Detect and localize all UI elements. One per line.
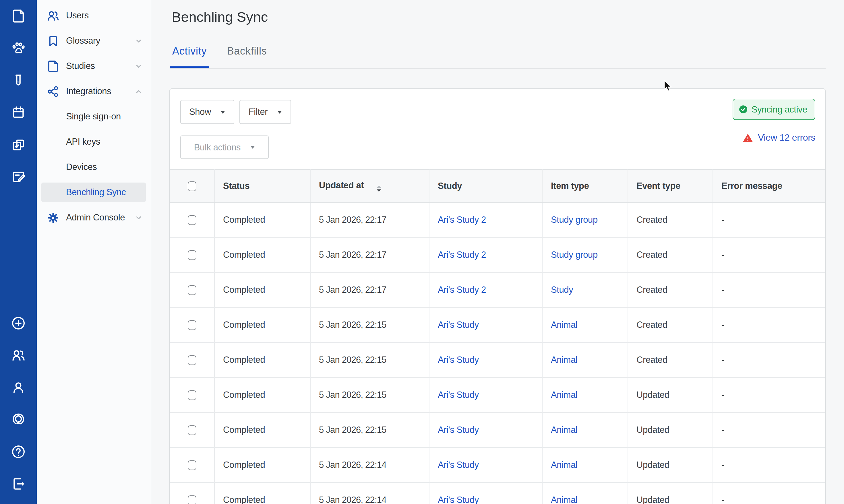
activity-table: Status Updated at Study Item type Event … (170, 169, 825, 504)
filter-dropdown-label: Filter (249, 107, 268, 117)
study-link[interactable]: Ari's Study 2 (438, 215, 486, 224)
col-event-type[interactable]: Event type (628, 169, 713, 202)
item-type-link[interactable]: Study group (551, 250, 598, 259)
plus-circle-icon[interactable] (11, 316, 26, 331)
row-checkbox[interactable] (188, 461, 196, 470)
table-row: Completed 5 Jan 2026, 22:17 Ari's Study … (170, 202, 825, 237)
calendar-icon[interactable] (11, 105, 26, 120)
item-type-link[interactable]: Animal (551, 425, 577, 434)
sync-status-badge: Syncing active (733, 99, 815, 120)
rail-bottom-group (11, 316, 26, 491)
study-link[interactable]: Ari's Study (438, 460, 479, 470)
chevron-down-icon (135, 37, 142, 44)
row-checkbox[interactable] (188, 285, 196, 295)
select-all-checkbox[interactable] (188, 181, 196, 191)
sidebar-item-benchling-sync[interactable]: Benchling Sync (41, 182, 146, 202)
file-icon[interactable] (11, 8, 26, 23)
sidebar-item-single-sign-on[interactable]: Single sign-on (41, 107, 146, 126)
users-icon (47, 9, 60, 22)
item-type-link[interactable]: Study group (551, 215, 598, 224)
chevron-down-icon (135, 62, 142, 70)
study-link[interactable]: Ari's Study 2 (438, 285, 486, 294)
file-icon (47, 59, 60, 73)
sidebar-item-label: Devices (66, 162, 97, 172)
sidebar-item-label: Glossary (66, 36, 100, 46)
tab-divider (170, 68, 826, 69)
table-row: Completed 5 Jan 2026, 22:15 Ari's Study … (170, 342, 825, 377)
table-row: Completed 5 Jan 2026, 22:17 Ari's Study … (170, 272, 825, 307)
sidebar-item-label: Users (66, 10, 89, 21)
row-checkbox[interactable] (188, 320, 196, 330)
sidebar-item-admin-console[interactable]: Admin Console (41, 208, 146, 227)
row-checkbox[interactable] (188, 215, 196, 225)
sidebar-item-label: API keys (66, 137, 100, 147)
row-checkbox[interactable] (188, 390, 196, 400)
row-checkbox[interactable] (188, 250, 196, 260)
user-icon[interactable] (11, 380, 26, 395)
col-item-type[interactable]: Item type (542, 169, 628, 202)
item-type-link[interactable]: Animal (551, 495, 577, 504)
study-link[interactable]: Ari's Study (438, 320, 479, 329)
broadcast-icon[interactable] (11, 412, 26, 427)
paw-icon[interactable] (11, 41, 26, 56)
sidebar-item-api-keys[interactable]: API keys (41, 132, 146, 151)
item-type-link[interactable]: Study (551, 285, 573, 294)
table-row: Completed 5 Jan 2026, 22:15 Ari's Study … (170, 412, 825, 448)
bulk-actions-dropdown[interactable]: Bulk actions (180, 136, 269, 159)
help-icon[interactable] (11, 444, 26, 459)
sidebar-item-studies[interactable]: Studies (41, 56, 146, 76)
view-errors-link[interactable]: View 12 errors (743, 132, 815, 143)
col-error-message[interactable]: Error message (713, 169, 825, 202)
table-header-row: Status Updated at Study Item type Event … (170, 169, 825, 202)
tab-activity[interactable]: Activity (170, 46, 209, 68)
sidebar-item-users[interactable]: Users (41, 6, 146, 25)
row-checkbox[interactable] (188, 496, 196, 504)
sidebar-item-glossary[interactable]: Glossary (41, 31, 146, 51)
study-link[interactable]: Ari's Study (438, 495, 479, 504)
mouse-cursor (664, 80, 675, 92)
row-checkbox[interactable] (188, 355, 196, 365)
col-study[interactable]: Study (429, 169, 542, 202)
gear-icon (47, 211, 60, 224)
study-link[interactable]: Ari's Study (438, 425, 479, 434)
study-link[interactable]: Ari's Study (438, 390, 479, 399)
test-tube-icon[interactable] (11, 73, 26, 88)
row-checkbox[interactable] (188, 425, 196, 435)
users-icon[interactable] (11, 348, 26, 363)
bookmark-icon (47, 34, 60, 47)
sync-status-label: Syncing active (752, 104, 807, 114)
study-link[interactable]: Ari's Study 2 (438, 250, 486, 259)
view-errors-label: View 12 errors (758, 132, 815, 143)
activity-panel: Show Filter Bulk actions Syncing active … (169, 88, 826, 504)
chevron-down-icon (135, 214, 142, 221)
show-dropdown-label: Show (189, 107, 211, 117)
sidebar-item-label: Integrations (66, 86, 111, 96)
col-updated-at[interactable]: Updated at (310, 169, 429, 202)
tab-backfills[interactable]: Backfills (225, 46, 269, 68)
item-type-link[interactable]: Animal (551, 355, 577, 364)
sort-icon[interactable] (376, 186, 381, 192)
filter-dropdown[interactable]: Filter (239, 100, 291, 124)
sidebar-item-integrations[interactable]: Integrations (41, 82, 146, 101)
sidebar-item-label: Admin Console (66, 212, 125, 223)
item-type-link[interactable]: Animal (551, 390, 577, 399)
tab-bar: Activity Backfills (170, 46, 269, 68)
chevron-up-icon (135, 88, 142, 95)
table-row: Completed 5 Jan 2026, 22:15 Ari's Study … (170, 377, 825, 412)
rail-top-group (11, 8, 26, 201)
check-circle-icon (739, 105, 748, 114)
note-edit-icon[interactable] (11, 169, 26, 184)
table-row: Completed 5 Jan 2026, 22:14 Ari's Study … (170, 448, 825, 483)
item-type-link[interactable]: Animal (551, 460, 577, 470)
sidebar-item-devices[interactable]: Devices (41, 157, 146, 177)
logout-icon[interactable] (11, 476, 26, 491)
table-row: Completed 5 Jan 2026, 22:17 Ari's Study … (170, 237, 825, 272)
col-status[interactable]: Status (214, 169, 310, 202)
study-link[interactable]: Ari's Study (438, 355, 479, 364)
table-row: Completed 5 Jan 2026, 22:14 Ari's Study … (170, 483, 825, 504)
page-title: Benchling Sync (172, 10, 268, 25)
show-dropdown[interactable]: Show (180, 100, 234, 124)
item-type-link[interactable]: Animal (551, 320, 577, 329)
copy-check-icon[interactable] (11, 137, 26, 152)
main-content: Benchling Sync Activity Backfills Show F… (152, 0, 844, 504)
